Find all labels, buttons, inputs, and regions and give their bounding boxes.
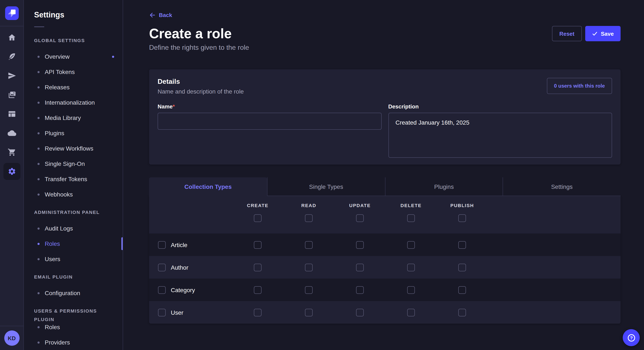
row-label: Category [171,286,195,293]
row-select-article-checkbox[interactable] [158,241,166,249]
checkbox-user-publish[interactable] [458,309,466,316]
help-button[interactable]: ? [623,329,640,346]
bullet-icon [38,163,40,165]
sidebar-item-internationalization[interactable]: Internationalization [24,95,123,110]
select-all-delete-checkbox[interactable] [407,214,415,222]
checkbox-category-update[interactable] [356,286,364,294]
subnav-section-items: Audit LogsRolesUsers [24,221,123,267]
rail-item-home[interactable] [3,29,20,46]
checkbox-article-create[interactable] [254,241,262,249]
subnav-section-label: ADMINISTRATION PANEL [24,208,123,216]
sidebar-item-single-sign-on[interactable]: Single Sign-On [24,156,123,172]
tab-collection-types[interactable]: Collection Types [149,177,267,196]
bullet-icon [38,71,40,73]
rail-item-send[interactable] [3,67,20,84]
rail-item-feather[interactable] [3,48,20,65]
sidebar-item-overview[interactable]: Overview [24,49,123,64]
permission-cell [232,286,283,294]
reset-button[interactable]: Reset [552,26,582,41]
rail-item-layout[interactable] [3,105,20,123]
sidebar-item-transfer-tokens[interactable]: Transfer Tokens [24,172,123,187]
sidebar-item-roles[interactable]: Roles [24,319,123,335]
permissions-tabs: Collection TypesSingle TypesPluginsSetti… [149,177,620,196]
page-title: Create a role [149,25,232,42]
row-header-cell: Author [149,263,232,271]
column-label: DELETE [400,202,422,208]
checkbox-user-create[interactable] [254,309,262,316]
subnav-section-users-permissions-plugin: USERS & PERMISSIONS PLUGINRolesProviders [24,307,123,350]
select-all-create-checkbox[interactable] [254,214,262,222]
sidebar-item-plugins[interactable]: Plugins [24,126,123,141]
tab-plugins[interactable]: Plugins [385,177,503,196]
subnav-title: Settings [34,10,112,19]
sidebar-item-releases[interactable]: Releases [24,80,123,95]
bullet-icon [38,341,40,344]
checkbox-author-update[interactable] [356,263,364,271]
subnav-sections: GLOBAL SETTINGSOverviewAPI TokensRelease… [24,36,123,350]
subnav-header: Settings [24,0,123,27]
select-all-update-checkbox[interactable] [356,214,364,222]
rail-item-cloud[interactable] [3,125,20,142]
main-content: Back Create a role Reset Save Define the… [123,0,644,350]
row-select-category-checkbox[interactable] [158,286,166,294]
checkbox-author-create[interactable] [254,263,262,271]
strapi-logo[interactable] [5,6,18,20]
checkbox-article-delete[interactable] [407,241,415,249]
checkbox-article-update[interactable] [356,241,364,249]
bullet-icon [38,132,40,134]
sidebar-item-roles[interactable]: Roles [24,236,123,251]
avatar[interactable]: KD [4,331,20,346]
sidebar-item-configuration[interactable]: Configuration [24,285,123,301]
save-button[interactable]: Save [585,26,620,41]
row-select-user-checkbox[interactable] [158,309,166,316]
rail-item-settings[interactable] [3,163,20,180]
rail-item-media[interactable] [3,86,20,103]
tab-settings[interactable]: Settings [503,177,621,196]
header-spacer-cell [149,202,232,222]
checkbox-category-read[interactable] [305,286,313,294]
sidebar-item-providers[interactable]: Providers [24,335,123,350]
checkbox-author-publish[interactable] [458,263,466,271]
bullet-icon [38,243,40,245]
sidebar-item-label: Media Library [45,114,81,121]
bullet-icon [38,55,40,58]
row-label: Article [171,241,188,248]
checkbox-user-read[interactable] [305,309,313,316]
checkbox-category-delete[interactable] [407,286,415,294]
name-input[interactable] [158,113,382,130]
sidebar-item-webhooks[interactable]: Webhooks [24,187,123,202]
description-textarea[interactable]: Created January 16th, 2025 [388,113,612,158]
rail-item-cart[interactable] [3,144,20,161]
strapi-admin-window: KD Settings GLOBAL SETTINGSOverviewAPI T… [0,0,644,350]
bullet-icon [38,227,40,229]
checkbox-article-read[interactable] [305,241,313,249]
column-label: PUBLISH [450,202,474,208]
back-link[interactable]: Back [149,12,172,18]
permission-cell [436,286,488,294]
details-title: Details [158,78,244,85]
sidebar-item-media-library[interactable]: Media Library [24,110,123,126]
select-all-publish-checkbox[interactable] [458,214,466,222]
checkbox-user-update[interactable] [356,309,364,316]
name-label: Name* [158,103,175,110]
bullet-icon [38,147,40,150]
sidebar-item-label: Plugins [45,130,64,137]
sidebar-item-audit-logs[interactable]: Audit Logs [24,221,123,236]
sidebar-item-users[interactable]: Users [24,251,123,267]
bullet-icon [38,101,40,104]
sidebar-item-review-workflows[interactable]: Review Workflows [24,141,123,156]
row-select-author-checkbox[interactable] [158,263,166,271]
checkbox-author-read[interactable] [305,263,313,271]
checkbox-category-create[interactable] [254,286,262,294]
checkbox-user-delete[interactable] [407,309,415,316]
checkbox-category-publish[interactable] [458,286,466,294]
checkbox-author-delete[interactable] [407,263,415,271]
users-with-role-button[interactable]: 0 users with this role [547,78,612,94]
column-label: UPDATE [349,202,371,208]
checkbox-article-publish[interactable] [458,241,466,249]
tab-single-types[interactable]: Single Types [267,177,385,196]
sidebar-item-api-tokens[interactable]: API Tokens [24,64,123,80]
description-field-group: Description Created January 16th, 2025 [388,103,612,160]
select-all-read-checkbox[interactable] [305,214,313,222]
sidebar-item-label: Transfer Tokens [45,176,87,182]
